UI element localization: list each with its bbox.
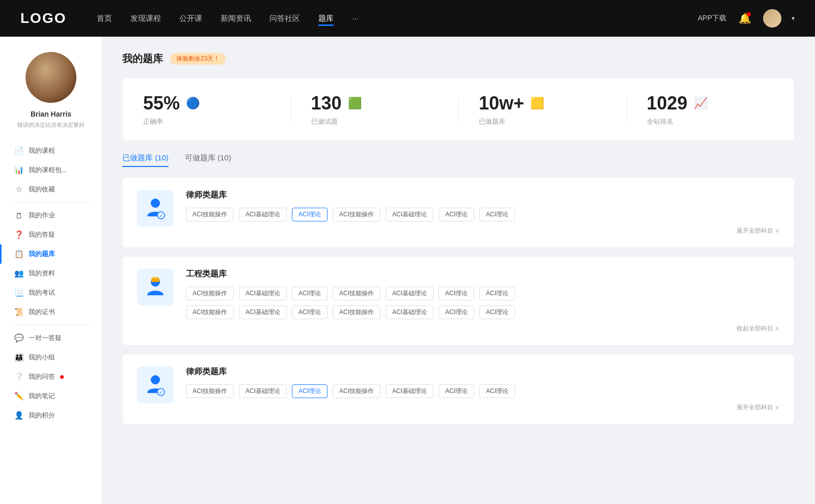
- sidebar-item-certificate[interactable]: 📜 我的证书: [0, 302, 102, 322]
- qbank-title-3: 律师类题库: [186, 367, 780, 377]
- page-body: Brian Harris 错误的决定比没有决定要好 📄 我的课程 📊 我的课程包…: [0, 37, 815, 504]
- stat-rank-icon: 📈: [694, 97, 708, 110]
- stat-done-banks: 10w+ 🟨 已做题库: [458, 93, 627, 126]
- avatar-image: [763, 9, 781, 27]
- sidebar-item-exam[interactable]: 📃 我的考试: [0, 283, 102, 302]
- page-title-row: 我的题库 体验剩余23天！: [122, 52, 795, 66]
- tag-3-3[interactable]: ACI理论: [292, 384, 328, 398]
- stat-done-label: 已做试题: [311, 117, 338, 126]
- sidebar-item-course-package[interactable]: 📊 我的课程包...: [0, 160, 102, 180]
- svg-rect-5: [152, 277, 158, 279]
- sidebar-item-favorites[interactable]: ☆ 我的收藏: [0, 180, 102, 199]
- qbank-expand-3[interactable]: 展开全部科目 ∨: [186, 403, 780, 412]
- sidebar-item-group[interactable]: 👨‍👩‍👧 我的小组: [0, 348, 102, 367]
- svg-point-0: [151, 199, 160, 208]
- divider-1: [10, 202, 92, 203]
- tag-1-6[interactable]: ACI理论: [439, 208, 474, 221]
- stat-banks-value: 10w+: [479, 93, 524, 114]
- tag-1-2[interactable]: ACI基础理论: [239, 208, 287, 221]
- logo[interactable]: LOGO: [20, 10, 66, 26]
- tag-1-7[interactable]: ACI理论: [479, 208, 515, 221]
- stat-accuracy-icon: 🔵: [186, 97, 200, 110]
- sidebar-item-1on1[interactable]: 💬 一对一答疑: [0, 328, 102, 348]
- tag-2-2[interactable]: ACI基础理论: [239, 287, 287, 300]
- qbank-tags-row2-2: ACI技能操作 ACI基础理论 ACI理论 ACI技能操作 ACI基础理论 AC…: [186, 305, 780, 319]
- notification-dot: [747, 12, 751, 16]
- stat-rank-value: 1029: [647, 93, 688, 114]
- points-icon: 👤: [14, 411, 23, 420]
- tag-2-13[interactable]: ACI理论: [439, 305, 474, 319]
- tag-1-3[interactable]: ACI理论: [292, 208, 328, 221]
- sidebar-item-points[interactable]: 👤 我的积分: [0, 406, 102, 425]
- nav-home[interactable]: 首页: [97, 14, 112, 23]
- tab-done-banks[interactable]: 已做题库 (10): [122, 153, 169, 167]
- nav-news[interactable]: 新闻资讯: [221, 14, 251, 23]
- tag-2-1[interactable]: ACI技能操作: [186, 287, 234, 300]
- tag-3-6[interactable]: ACI理论: [439, 384, 474, 398]
- tag-3-1[interactable]: ACI技能操作: [186, 384, 234, 398]
- sidebar-item-my-qa[interactable]: ❔ 我的问答: [0, 367, 102, 386]
- nav-qa[interactable]: 问答社区: [269, 14, 300, 23]
- stat-done-questions: 130 🟩 已做试题: [291, 93, 459, 126]
- tag-3-5[interactable]: ACI基础理论: [386, 384, 433, 398]
- nav-links: 首页 发现课程 公开课 新闻资讯 问答社区 题库 ···: [97, 14, 698, 23]
- nav-open-course[interactable]: 公开课: [179, 14, 202, 23]
- stat-accuracy-label: 正确率: [143, 117, 163, 126]
- qbank-card-2: 工程类题库 ACI技能操作 ACI基础理论 ACI理论 ACI技能操作 ACI基…: [122, 256, 795, 346]
- tag-2-4[interactable]: ACI技能操作: [333, 287, 381, 300]
- sidebar-item-materials[interactable]: 👥 我的资料: [0, 264, 102, 283]
- divider-2: [10, 325, 92, 325]
- nav-qbank[interactable]: 题库: [318, 14, 334, 23]
- qbank-content-2: 工程类题库 ACI技能操作 ACI基础理论 ACI理论 ACI技能操作 ACI基…: [186, 269, 780, 333]
- stat-banks-icon: 🟨: [530, 97, 544, 110]
- tag-1-5[interactable]: ACI基础理论: [386, 208, 433, 221]
- my-qa-icon: ❔: [14, 372, 23, 381]
- sidebar-item-qa[interactable]: ❓ 我的答疑: [0, 225, 102, 244]
- tag-3-2[interactable]: ACI基础理论: [239, 384, 287, 398]
- qbank-card-1: ✓ 律师类题库 ACI技能操作 ACI基础理论 ACI理论 ACI技能操作 AC…: [122, 177, 795, 248]
- stats-row: 55% 🔵 正确率 130 🟩 已做试题 10w+ 🟨 已做题库: [122, 78, 795, 141]
- tab-available-banks[interactable]: 可做题库 (10): [185, 153, 231, 167]
- course-package-icon: 📊: [14, 165, 23, 175]
- qbank-content-1: 律师类题库 ACI技能操作 ACI基础理论 ACI理论 ACI技能操作 ACI基…: [186, 190, 780, 235]
- sidebar-item-homework[interactable]: 🗒 我的作业: [0, 206, 102, 225]
- user-dropdown-icon[interactable]: ▾: [792, 15, 795, 22]
- cert-icon: 📜: [14, 307, 23, 317]
- tag-2-3[interactable]: ACI理论: [292, 287, 328, 300]
- notification-bell[interactable]: 🔔: [737, 10, 753, 26]
- sidebar-item-notes[interactable]: ✏️ 我的笔记: [0, 386, 102, 406]
- qbank-icon-lawyer-3: ✓: [137, 367, 174, 403]
- tag-2-7[interactable]: ACI理论: [479, 287, 515, 300]
- stat-accuracy: 55% 🔵 正确率: [123, 93, 291, 126]
- sidebar-item-qbank[interactable]: 📋 我的题库: [0, 244, 102, 264]
- tag-1-4[interactable]: ACI技能操作: [333, 208, 381, 221]
- qbank-card-3: ✓ 律师类题库 ACI技能操作 ACI基础理论 ACI理论 ACI技能操作 AC…: [122, 354, 795, 425]
- group-icon: 👨‍👩‍👧: [14, 353, 23, 362]
- engineer-icon-svg: [143, 275, 168, 299]
- qbank-tags-1: ACI技能操作 ACI基础理论 ACI理论 ACI技能操作 ACI基础理论 AC…: [186, 208, 780, 221]
- unread-dot: [60, 375, 64, 379]
- tag-3-7[interactable]: ACI理论: [479, 384, 515, 398]
- tag-2-11[interactable]: ACI技能操作: [333, 305, 381, 319]
- app-download-button[interactable]: APP下载: [698, 14, 726, 23]
- exam-icon: 📃: [14, 288, 23, 297]
- tag-2-8[interactable]: ACI技能操作: [186, 305, 234, 319]
- tag-2-10[interactable]: ACI理论: [292, 305, 328, 319]
- nav-discover[interactable]: 发现课程: [130, 14, 161, 23]
- trial-badge: 体验剩余23天！: [170, 53, 226, 65]
- tag-2-14[interactable]: ACI理论: [479, 305, 515, 319]
- tag-2-9[interactable]: ACI基础理论: [239, 305, 287, 319]
- avatar[interactable]: [763, 9, 781, 27]
- tag-1-1[interactable]: ACI技能操作: [186, 208, 234, 221]
- tag-2-12[interactable]: ACI基础理论: [386, 305, 433, 319]
- stat-done-value: 130: [311, 93, 342, 114]
- lawyer-icon-svg-3: ✓: [143, 373, 168, 397]
- tag-2-5[interactable]: ACI基础理论: [386, 287, 433, 300]
- stat-accuracy-value: 55%: [143, 93, 180, 114]
- nav-more[interactable]: ···: [352, 14, 359, 23]
- qbank-collapse-2[interactable]: 收起全部科目 ∧: [186, 324, 780, 333]
- qbank-expand-1[interactable]: 展开全部科目 ∨: [186, 227, 780, 235]
- sidebar-item-my-course[interactable]: 📄 我的课程: [0, 141, 102, 160]
- tag-3-4[interactable]: ACI技能操作: [333, 384, 381, 398]
- tag-2-6[interactable]: ACI理论: [439, 287, 474, 300]
